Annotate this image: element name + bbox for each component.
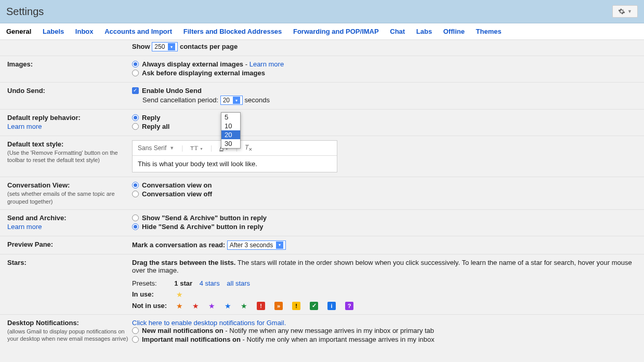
desktop-sub: (allows Gmail to display popup notificat… xyxy=(7,328,132,343)
preset-1star[interactable]: 1 star xyxy=(174,279,192,287)
tab-labs[interactable]: Labs xyxy=(416,28,432,35)
desktop-new-radio[interactable] xyxy=(132,327,139,334)
preview-label: Preview Pane: xyxy=(7,240,53,248)
preview-read-select[interactable]: After 3 seconds▾ xyxy=(227,240,286,250)
tab-general[interactable]: General xyxy=(6,28,31,35)
blue-info-icon[interactable]: i xyxy=(327,302,336,310)
star-red-icon[interactable]: ★ xyxy=(192,302,199,310)
select-arrow-icon: ▾ xyxy=(233,97,240,104)
textstyle-label: Default text style: xyxy=(7,140,63,148)
dropdown-option-20[interactable]: 20 xyxy=(221,130,240,139)
star-yellow-icon[interactable]: ★ xyxy=(176,290,183,299)
orange-arrow-icon[interactable]: » xyxy=(274,302,283,310)
reply-learn-more-link[interactable]: Learn more xyxy=(7,123,132,130)
preset-4stars[interactable]: 4 stars xyxy=(200,279,220,287)
gear-button[interactable]: ▼ xyxy=(612,5,638,18)
settings-tabs: General Labels Inbox Accounts and Import… xyxy=(0,23,644,40)
undo-period-label: Send cancellation period: xyxy=(142,96,218,104)
contacts-per-page-select[interactable]: 250▾ xyxy=(152,42,178,51)
purple-question-icon[interactable]: ? xyxy=(345,302,353,310)
font-family-select[interactable]: Sans Serif ▼ xyxy=(138,144,174,152)
tab-offline[interactable]: Offline xyxy=(443,28,465,35)
reply-label: Default reply behavior: xyxy=(7,114,81,122)
images-ask-radio[interactable] xyxy=(132,70,139,76)
textstyle-sub: (Use the 'Remove Formatting' button on t… xyxy=(7,149,132,164)
desktop-important-radio[interactable] xyxy=(132,336,139,343)
undo-period-select[interactable]: 20▾ xyxy=(220,96,243,105)
reply-all-radio[interactable] xyxy=(132,123,139,130)
undo-label: Undo Send: xyxy=(7,87,45,95)
settings-content: Show 250▾ contacts per page Images: Alwa… xyxy=(0,40,644,348)
images-label: Images: xyxy=(7,60,33,68)
preview-mark-label: Mark a conversation as read: xyxy=(132,241,225,249)
remove-formatting-button[interactable]: T✕ xyxy=(245,144,253,152)
star-purple-icon[interactable]: ★ xyxy=(208,302,215,310)
page-title: Settings xyxy=(6,6,44,18)
desktop-enable-link[interactable]: Click here to enable desktop notificatio… xyxy=(132,319,286,327)
yellow-exclaim-icon[interactable]: ! xyxy=(292,302,300,310)
contacts-show-label: Show xyxy=(132,43,150,50)
images-learn-more-link[interactable]: Learn more xyxy=(249,60,284,68)
conv-on-radio[interactable] xyxy=(132,182,139,189)
archive-show-radio[interactable] xyxy=(132,214,139,221)
dropdown-option-5[interactable]: 5 xyxy=(221,113,240,122)
green-check-icon[interactable]: ✓ xyxy=(310,302,318,310)
red-exclaim-icon[interactable]: ! xyxy=(257,302,265,310)
contacts-suffix: contacts per page xyxy=(180,43,238,50)
undo-enable-checkbox[interactable] xyxy=(132,87,139,94)
archive-learn-more-link[interactable]: Learn more xyxy=(7,223,132,231)
desktop-label: Desktop Notifications: xyxy=(7,319,79,327)
dropdown-option-30[interactable]: 30 xyxy=(221,139,240,148)
archive-hide-radio[interactable] xyxy=(132,223,139,230)
caret-down-icon: ▼ xyxy=(627,9,632,14)
conv-label: Conversation View: xyxy=(7,181,70,189)
settings-header: Settings ▼ xyxy=(0,0,644,23)
select-arrow-icon: ▾ xyxy=(168,43,175,50)
tab-filters[interactable]: Filters and Blocked Addresses xyxy=(183,28,282,35)
reply-radio[interactable] xyxy=(132,114,139,121)
dropdown-option-10[interactable]: 10 xyxy=(221,122,240,130)
star-blue-icon[interactable]: ★ xyxy=(225,302,231,310)
tab-chat[interactable]: Chat xyxy=(390,28,405,35)
font-size-select[interactable]: ᴛT ▼ xyxy=(190,144,203,152)
conv-off-radio[interactable] xyxy=(132,191,139,197)
archive-label: Send and Archive: xyxy=(7,214,67,222)
select-arrow-icon: ▾ xyxy=(276,242,283,249)
preset-allstars[interactable]: all stars xyxy=(227,279,250,287)
undo-period-dropdown[interactable]: 5 10 20 30 xyxy=(221,112,241,149)
undo-suffix: seconds xyxy=(245,96,270,104)
star-orange-icon[interactable]: ★ xyxy=(176,302,183,310)
tab-labels[interactable]: Labels xyxy=(43,28,64,35)
tab-inbox[interactable]: Inbox xyxy=(75,28,94,35)
conv-sub: (sets whether emails of the same topic a… xyxy=(7,190,132,205)
tab-accounts[interactable]: Accounts and Import xyxy=(104,28,172,35)
stars-label: Stars: xyxy=(7,259,27,266)
tab-themes[interactable]: Themes xyxy=(476,28,502,35)
text-sample: This is what your body text will look li… xyxy=(133,156,337,172)
gear-icon xyxy=(618,8,625,15)
tab-forwarding[interactable]: Forwarding and POP/IMAP xyxy=(293,28,379,35)
images-always-radio[interactable] xyxy=(132,61,139,68)
star-green-icon[interactable]: ★ xyxy=(241,302,247,310)
